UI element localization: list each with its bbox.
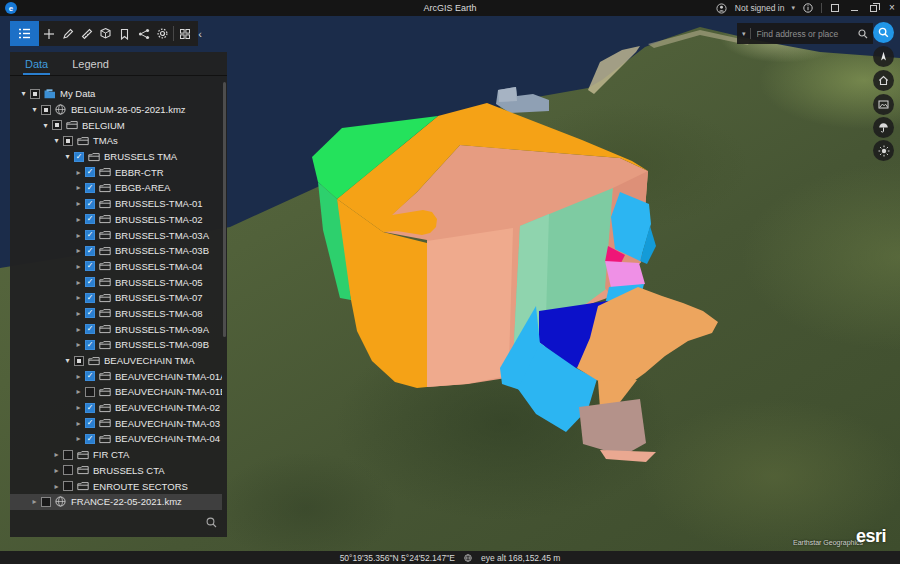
tab-legend[interactable]: Legend: [72, 58, 109, 75]
tree-item-label[interactable]: BRUSSELS-TMA-02: [115, 214, 203, 225]
tree-item-label[interactable]: FIR CTA: [93, 449, 129, 460]
tree-item-brussels-tma-09b[interactable]: ▸✓BRUSSELS-TMA-09B: [10, 337, 222, 353]
tree-item-enroute-sectors[interactable]: ▸ENROUTE SECTORS: [10, 478, 222, 494]
orange-flat-wing[interactable]: [577, 287, 718, 382]
restore-button[interactable]: [867, 2, 879, 14]
expand-arrow-icon[interactable]: ▸: [72, 403, 85, 412]
visibility-checkbox[interactable]: [52, 120, 62, 130]
collapse-arrow-icon[interactable]: ▾: [39, 121, 52, 130]
expand-arrow-icon[interactable]: ▸: [72, 199, 85, 208]
tree-item-label[interactable]: BRUSSELS-TMA-03B: [115, 245, 209, 256]
collapse-arrow-icon[interactable]: ▾: [61, 356, 74, 365]
tree-item-label[interactable]: EBGB-AREA: [115, 182, 170, 193]
visibility-checkbox[interactable]: ✓: [85, 199, 95, 209]
tree-item-brussels-cta[interactable]: ▸BRUSSELS CTA: [10, 463, 222, 479]
measure-button[interactable]: [77, 21, 96, 46]
visibility-checkbox[interactable]: [74, 356, 84, 366]
share-button[interactable]: [134, 21, 153, 46]
tree-item-label[interactable]: BRUSSELS-TMA-01: [115, 198, 203, 209]
tree-item-label[interactable]: EBBR-CTR: [115, 167, 164, 178]
tree-item-label[interactable]: BEAUVECHAIN-TMA-04: [115, 433, 220, 444]
tree-item-brussels-tma-07[interactable]: ▸✓BRUSSELS-TMA-07: [10, 290, 222, 306]
visibility-checkbox[interactable]: ✓: [85, 261, 95, 271]
tree-item-label[interactable]: BEAUVECHAIN-TMA-01A: [115, 371, 222, 382]
expand-arrow-icon[interactable]: ▸: [72, 278, 85, 287]
search-box[interactable]: ▾: [737, 23, 873, 44]
basemap-button[interactable]: [873, 94, 894, 115]
close-button[interactable]: ×: [886, 2, 898, 14]
tree-item-beauvechain-tma-02[interactable]: ▸✓BEAUVECHAIN-TMA-02: [10, 400, 222, 416]
visibility-checkbox[interactable]: ✓: [85, 277, 95, 287]
tree-item-belgium-26-05-2021-kmz[interactable]: ▾BELGIUM-26-05-2021.kmz: [10, 102, 222, 118]
visibility-checkbox[interactable]: [41, 497, 51, 507]
expand-arrow-icon[interactable]: ▸: [72, 419, 85, 428]
daylight-button[interactable]: [873, 140, 894, 161]
tree-item-label[interactable]: BRUSSELS TMA: [104, 151, 177, 162]
visibility-checkbox[interactable]: ✓: [85, 403, 95, 413]
expand-arrow-icon[interactable]: ▸: [28, 497, 41, 506]
home-button[interactable]: [873, 70, 894, 91]
tree-item-label[interactable]: BRUSSELS CTA: [93, 465, 165, 476]
tree-item-label[interactable]: BRUSSELS-TMA-08: [115, 308, 203, 319]
visibility-checkbox[interactable]: ✓: [85, 214, 95, 224]
visibility-checkbox[interactable]: [63, 481, 73, 491]
tree-item-beauvechain-tma[interactable]: ▾BEAUVECHAIN TMA: [10, 353, 222, 369]
visibility-checkbox[interactable]: ✓: [85, 371, 95, 381]
expand-arrow-icon[interactable]: ▸: [72, 325, 85, 334]
tree-item-france-22-05-2021-kmz[interactable]: ▸FRANCE-22-05-2021.kmz: [10, 494, 222, 510]
analysis-button[interactable]: [96, 21, 115, 46]
tree-item-brussels-tma-01[interactable]: ▸✓BRUSSELS-TMA-01: [10, 196, 222, 212]
tree-item-brussels-tma[interactable]: ▾✓BRUSSELS TMA: [10, 149, 222, 165]
expand-arrow-icon[interactable]: ▸: [72, 183, 85, 192]
tree-item-label[interactable]: BRUSSELS-TMA-07: [115, 292, 203, 303]
search-button[interactable]: [873, 22, 894, 43]
tree-item-ebgb-area[interactable]: ▸✓EBGB-AREA: [10, 180, 222, 196]
account-icon[interactable]: [716, 2, 728, 14]
collapse-arrow-icon[interactable]: ▾: [28, 105, 41, 114]
tree-item-brussels-tma-05[interactable]: ▸✓BRUSSELS-TMA-05: [10, 274, 222, 290]
visibility-checkbox[interactable]: [63, 450, 73, 460]
tree-item-label[interactable]: ENROUTE SECTORS: [93, 481, 188, 492]
visibility-checkbox[interactable]: ✓: [85, 340, 95, 350]
expand-arrow-icon[interactable]: ▸: [50, 466, 63, 475]
magnifier-icon[interactable]: [858, 25, 868, 43]
collapse-arrow-icon[interactable]: ▾: [61, 152, 74, 161]
expand-arrow-icon[interactable]: ▸: [72, 340, 85, 349]
tree-item-tmas[interactable]: ▾TMAs: [10, 133, 222, 149]
tree-item-label[interactable]: BELGIUM: [82, 120, 125, 131]
salmon-bottom-strip[interactable]: [600, 450, 656, 462]
settings-button[interactable]: [153, 21, 172, 46]
collapse-arrow-icon[interactable]: ▾: [50, 136, 63, 145]
expand-arrow-icon[interactable]: ▸: [72, 231, 85, 240]
visibility-checkbox[interactable]: ✓: [85, 246, 95, 256]
tree-item-beauvechain-tma-03[interactable]: ▸✓BEAUVECHAIN-TMA-03: [10, 415, 222, 431]
visibility-checkbox[interactable]: ✓: [85, 167, 95, 177]
visibility-checkbox[interactable]: ✓: [85, 324, 95, 334]
expand-arrow-icon[interactable]: ▸: [72, 293, 85, 302]
tools-gallery-button[interactable]: [175, 21, 194, 46]
expand-arrow-icon[interactable]: ▸: [72, 168, 85, 177]
tree-item-my-data[interactable]: ▾My Data: [10, 86, 222, 102]
brown-poly[interactable]: [579, 399, 646, 452]
expand-arrow-icon[interactable]: ▸: [72, 309, 85, 318]
visibility-checkbox[interactable]: ✓: [85, 230, 95, 240]
fullscreen-button[interactable]: [829, 2, 841, 14]
visibility-checkbox[interactable]: ✓: [85, 434, 95, 444]
tree-item-label[interactable]: BRUSSELS-TMA-03A: [115, 230, 209, 241]
tree-item-label[interactable]: BRUSSELS-TMA-05: [115, 277, 203, 288]
weather-button[interactable]: [873, 117, 894, 138]
expand-arrow-icon[interactable]: ▸: [72, 372, 85, 381]
tree-item-brussels-tma-03a[interactable]: ▸✓BRUSSELS-TMA-03A: [10, 227, 222, 243]
visibility-checkbox[interactable]: [63, 136, 73, 146]
signin-caret-icon[interactable]: ▾: [791, 4, 795, 12]
bookmarks-button[interactable]: [115, 21, 134, 46]
tree-item-label[interactable]: BEAUVECHAIN-TMA-03: [115, 418, 220, 429]
salmon-front-face[interactable]: [427, 228, 513, 387]
expand-arrow-icon[interactable]: ▸: [50, 450, 63, 459]
search-input[interactable]: [755, 28, 854, 40]
tree-item-beauvechain-tma-01b[interactable]: ▸BEAUVECHAIN-TMA-01B: [10, 384, 222, 400]
tree-item-beauvechain-tma-01a[interactable]: ▸✓BEAUVECHAIN-TMA-01A: [10, 368, 222, 384]
tree-item-label[interactable]: BRUSSELS-TMA-09B: [115, 339, 209, 350]
panel-search-icon[interactable]: [206, 514, 217, 532]
tree-item-label[interactable]: TMAs: [93, 135, 118, 146]
